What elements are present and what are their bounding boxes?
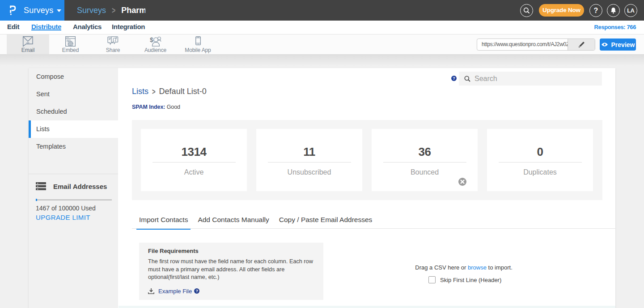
svg-text:$: $ xyxy=(150,36,153,43)
